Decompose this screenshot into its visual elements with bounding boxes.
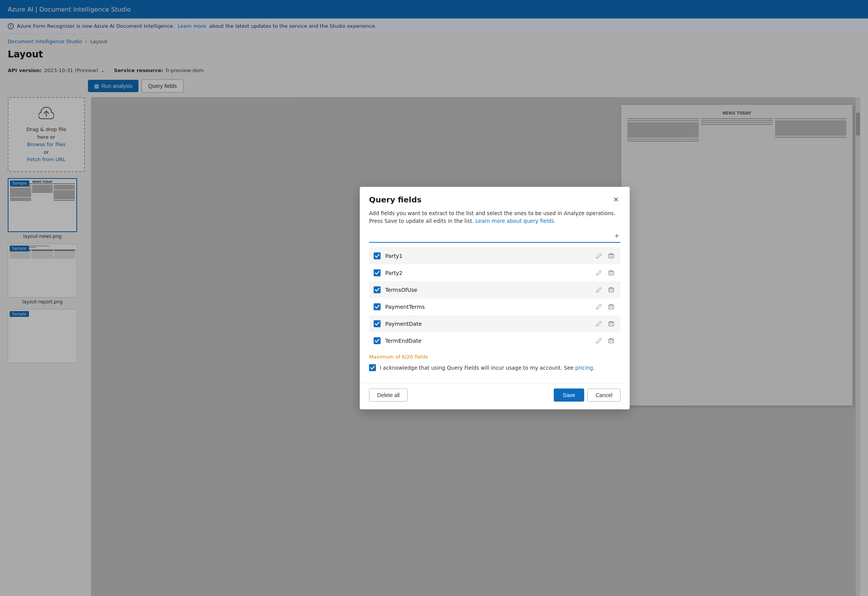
edit-termsofuse-button[interactable]: [594, 285, 603, 294]
pricing-link[interactable]: pricing: [575, 364, 593, 370]
acknowledge-text: I acknowledge that using Query Fields wi…: [380, 364, 595, 370]
edit-paymentterms-button[interactable]: [594, 302, 603, 311]
field-name-paymentdate: PaymentDate: [385, 320, 594, 327]
svg-rect-12: [609, 305, 613, 309]
delete-party2-button[interactable]: [607, 268, 616, 277]
field-checkbox-paymentterms[interactable]: [374, 303, 381, 310]
delete-paymentterms-button[interactable]: [607, 302, 616, 311]
svg-rect-20: [609, 339, 613, 343]
edit-termenddate-button[interactable]: [594, 336, 603, 345]
modal-body: Add fields you want to extract to the li…: [360, 209, 630, 384]
field-checkbox-termsofuse[interactable]: [374, 286, 381, 293]
field-checkbox-termenddate[interactable]: [374, 337, 381, 344]
field-actions-termsofuse: [594, 285, 616, 294]
svg-rect-0: [609, 254, 613, 258]
field-name-termenddate: TermEndDate: [385, 337, 594, 343]
footer-right: Save Cancel: [554, 388, 621, 401]
modal-footer: Delete all Save Cancel: [360, 383, 630, 409]
acknowledge-row: I acknowledge that using Query Fields wi…: [369, 364, 620, 371]
edit-party1-button[interactable]: [594, 251, 603, 260]
svg-rect-8: [609, 288, 613, 292]
field-actions-party2: [594, 268, 616, 277]
field-checkbox-party2[interactable]: [374, 269, 381, 276]
cancel-button[interactable]: Cancel: [587, 388, 620, 401]
modal-close-button[interactable]: ✕: [612, 195, 620, 205]
query-fields-modal: Query fields ✕ Add fields you want to ex…: [360, 187, 630, 409]
field-name-paymentterms: PaymentTerms: [385, 303, 594, 310]
field-item-party2: Party2: [369, 264, 620, 281]
field-actions-termenddate: [594, 336, 616, 345]
svg-rect-16: [609, 322, 613, 326]
add-field-input[interactable]: [369, 231, 613, 240]
modal-title: Query fields: [369, 195, 421, 204]
delete-termenddate-button[interactable]: [607, 336, 616, 345]
field-item-paymentdate: PaymentDate: [369, 315, 620, 332]
field-actions-paymentdate: [594, 319, 616, 328]
learn-more-link[interactable]: Learn more about query fields.: [475, 218, 556, 224]
fields-list: Party1 Party2: [369, 247, 620, 349]
field-name-termsofuse: TermsOfUse: [385, 286, 594, 293]
field-name-party1: Party1: [385, 253, 594, 259]
plus-icon: +: [614, 231, 619, 240]
edit-party2-button[interactable]: [594, 268, 603, 277]
max-fields-note: Maximum of 6/20 fields: [369, 354, 620, 359]
field-checkbox-party1[interactable]: [374, 252, 381, 259]
add-field-row: +: [369, 231, 620, 242]
field-item-party1: Party1: [369, 247, 620, 264]
modal-header: Query fields ✕: [360, 187, 630, 209]
field-item-termsofuse: TermsOfUse: [369, 281, 620, 298]
delete-paymentdate-button[interactable]: [607, 319, 616, 328]
field-item-paymentterms: PaymentTerms: [369, 298, 620, 315]
add-field-button[interactable]: +: [613, 232, 620, 239]
field-item-termenddate: TermEndDate: [369, 332, 620, 349]
edit-paymentdate-button[interactable]: [594, 319, 603, 328]
acknowledge-checkbox[interactable]: [369, 364, 376, 371]
field-actions-party1: [594, 251, 616, 260]
modal-description: Add fields you want to extract to the li…: [369, 209, 620, 225]
save-button[interactable]: Save: [554, 388, 585, 401]
field-actions-paymentterms: [594, 302, 616, 311]
field-name-party2: Party2: [385, 269, 594, 276]
svg-rect-4: [609, 271, 613, 275]
delete-all-button[interactable]: Delete all: [369, 388, 408, 401]
delete-termsofuse-button[interactable]: [607, 285, 616, 294]
field-checkbox-paymentdate[interactable]: [374, 320, 381, 327]
delete-party1-button[interactable]: [607, 251, 616, 260]
